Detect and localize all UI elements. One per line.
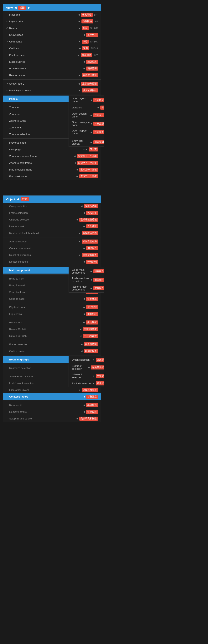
menu-item-group-selection[interactable]: Group selection ◀ 编组所选项: [3, 203, 101, 210]
zh-open-prototype: 打开原型面板: [93, 122, 104, 126]
arrow-libraries: ◀: [97, 106, 99, 109]
menu-item-layout-grids[interactable]: ✓ Layout grids ◀ 布局网格 t+4: [3, 18, 101, 25]
arrow-push-overrides: ◀: [90, 278, 92, 281]
submenu-open-layers[interactable]: Open layers panel ◀ 打开图层面板: [69, 96, 104, 104]
menu-item-add-auto-layout[interactable]: Add auto layout ◀ 添加自动布局: [3, 238, 101, 245]
menu-item-show-slices[interactable]: Show slices ◀ 显示切片: [3, 32, 101, 38]
obj-divider-2: [3, 266, 101, 266]
label-zoom-fit: Zoom to fit: [9, 126, 76, 129]
arrow-intersect-selection: ◀: [93, 375, 94, 377]
submenu-go-to-main[interactable]: Go to main component ◀ 转到组件母版: [69, 267, 104, 276]
label-open-prototype: Open prototype panel: [72, 121, 90, 126]
label-multiplayer: Multiplayer cursors: [9, 89, 79, 92]
menu-item-collapse-layers[interactable]: Collapse layers ◀ 折叠图层: [3, 393, 101, 400]
zh-collapse-layers: 折叠图层: [86, 395, 98, 399]
submenu-intersect-selection[interactable]: Intersect selection ◀ 交集所选项: [69, 372, 104, 380]
menu-item-hide-other-layers[interactable]: Hide other layers ◀ 隐藏其余图层: [3, 386, 101, 393]
menu-item-rotate-180[interactable]: Rotate 180° ◀ 旋转180°: [3, 319, 101, 326]
label-intersect-selection: Intersect selection: [72, 373, 93, 379]
submenu-open-inspect[interactable]: Open inspect panel ◀ 打开检查面板: [69, 128, 104, 136]
label-libraries: Libraries: [72, 106, 97, 109]
label-collapse-layers: Collapse layers: [9, 395, 83, 398]
zh-rulers: 标尺: [82, 26, 89, 30]
menu-item-frame-outlines[interactable]: Frame outlines ◀ 画板轮廓: [3, 65, 101, 72]
zh-libraries: 组件库: [100, 106, 104, 110]
label-send-to-back: Send to back: [9, 298, 83, 300]
arrow-create-component: ◀: [83, 247, 85, 250]
menu-item-create-component[interactable]: Create component ◀ 创建组件: [3, 245, 101, 252]
menu-item-rotate-90-right[interactable]: Rotate 90° right ◀ 向右旋转90°: [3, 332, 101, 339]
menu-item-comments[interactable]: ✓ Comments ◀ 评论 Shift+C: [3, 38, 101, 45]
menu-item-ungroup-selection[interactable]: Ungroup selection ◀ 取消编组所选项: [3, 216, 101, 223]
menu-item-reset-overrides[interactable]: Reset all overrides ◀ 重置所有覆盖: [3, 252, 101, 258]
zh-detach-instance: 分离实例: [86, 260, 98, 264]
check-layout-grids: ✓: [6, 20, 9, 23]
zh-pixel-grid: 像素网格: [81, 13, 93, 17]
menu-item-use-as-mask[interactable]: Use as mask ◀ 设为蒙版: [3, 223, 101, 230]
arrow-rulers: ◀: [79, 27, 80, 30]
menu-item-rotate-90-left[interactable]: Rotate 90° left ◀ 向左旋转90°: [3, 326, 101, 332]
arrow-exclude-selection: ◀: [93, 382, 94, 385]
zh-reset-overrides: 重置所有覆盖: [82, 253, 98, 257]
label-pixel-grid: Pixel grid: [9, 13, 78, 16]
label-flatten-selection: Flatten selection: [9, 343, 81, 346]
submenu-push-overrides[interactable]: Push overrides to main c ◀ 覆盖组件母版: [69, 276, 104, 284]
shortcut-outlines: Shift+3: [89, 47, 98, 50]
submenu-libraries[interactable]: Libraries ◀ 组件库: [69, 104, 104, 111]
submenu-show-left-sidebar[interactable]: Show left sidebar ◀ 显示左侧边栏: [69, 138, 104, 146]
menu-item-mask-outlines[interactable]: Mask outlines ◀ 蒙版轮廓: [3, 58, 101, 65]
menu-item-detach-instance[interactable]: Detach instance ◀ 分离实例: [3, 258, 101, 265]
menu-item-remove-stroke[interactable]: Remove stroke ◀ 移除描边: [3, 408, 101, 415]
menu-item-resource-use[interactable]: Resource use ◀ 资源使用情况: [3, 72, 101, 79]
zh-restore-main: 恢复组件母版: [93, 286, 104, 290]
menu-item-find-next-frame[interactable]: Find next frame ◀ 查找下一个画框: [3, 173, 101, 180]
submenu-union-selection[interactable]: Union selection ◀ 连集所选项: [69, 356, 104, 363]
menu-item-restore-thumbnail[interactable]: Restore default thumbnail ◀ 恢复默认封面: [3, 230, 101, 236]
menu-item-swap-fill-stroke[interactable]: Swap fill and stroke ◀ 交换填充和描边: [3, 415, 101, 422]
menu-item-send-to-back[interactable]: Send to back ◀ 移到底层: [3, 296, 101, 302]
main-component-row: Main component ◀ 组件母版 Go to main compone…: [3, 267, 101, 274]
arrow-reset-overrides: ◀: [79, 254, 80, 256]
arrow-rotate-90-right: ◀: [80, 335, 81, 337]
menu-item-flip-vertical[interactable]: Flip vertical ◀ 垂直翻转: [3, 311, 101, 318]
menu-item-flatten-selection[interactable]: Flatten selection ◀ 拼合所选项: [3, 341, 101, 348]
arrow-outlines: ◀: [79, 47, 80, 50]
zh-exclude-selection: 差集所选项: [96, 382, 104, 386]
menu-item-outlines[interactable]: Outlines ◀ 轮廓 Shift+3: [3, 45, 101, 52]
submenu-open-design[interactable]: Open design panel ◀ 打开设计面板: [69, 111, 104, 120]
menu-item-find-prev-frame[interactable]: Find previous frame ◀ 查找上一个画框: [3, 166, 101, 173]
arrow-remove-fill: ◀: [83, 404, 85, 406]
label-pixel-preview: Pixel preview: [9, 54, 78, 56]
menu-item-next-page[interactable]: Next page Pa ◀ 下一页: [3, 146, 101, 153]
menu-item-outline-stroke[interactable]: Outline stroke ◀ 轮廓化描边: [3, 348, 101, 354]
zh-outline-stroke: 轮廓化描边: [84, 349, 98, 353]
menu-item-zoom-next-frame[interactable]: Zoom to next frame ◀ 缩放至下一个画框: [3, 160, 101, 166]
zh-comments: 评论: [82, 40, 89, 44]
label-show-hide-ui: Show/Hide UI: [9, 82, 78, 85]
submenu-open-prototype[interactable]: Open prototype panel ◀ 打开原型面板: [69, 120, 104, 128]
label-flip-vertical: Flip vertical: [9, 312, 83, 316]
menu-item-show-hide-ui[interactable]: ✓ Show/Hide UI ◀ 显示/隐藏界面: [3, 80, 101, 87]
zh-remove-fill: 移除填充: [86, 403, 98, 407]
submenu-restore-main[interactable]: Restore main component ◀ 恢复组件母版: [69, 284, 104, 292]
check-multiplayer: ✓: [6, 89, 9, 92]
zh-rotate-180: 旋转180°: [86, 320, 98, 324]
label-subtract-selection: Subtract selection: [72, 364, 88, 370]
submenu-subtract-selection[interactable]: Subtract selection ◀ 减去顶层所选项: [69, 363, 104, 372]
menu-item-remove-fill[interactable]: Remove fill ◀ 移除填充: [3, 402, 101, 408]
zh-use-as-mask: 设为蒙版: [86, 224, 98, 228]
submenu-exclude-selection[interactable]: Exclude selection ◀ 差集所选项: [69, 380, 104, 387]
menu-item-rulers[interactable]: ✓ Rulers ◀ 标尺 Shift+R: [3, 25, 101, 32]
label-use-as-mask: Use as mask: [9, 225, 83, 228]
zh-outlines: 轮廓: [82, 46, 89, 50]
menu-item-frame-selection[interactable]: Frame selection ◀ 添加画框: [3, 210, 101, 216]
menu-item-zoom-prev-frame[interactable]: Zoom to previous frame ◀ 缩放至上一个画框: [3, 153, 101, 160]
menu-item-pixel-preview[interactable]: Pixel preview ◀ 像素预览 lt+Y: [3, 52, 101, 58]
menu-item-multiplayer[interactable]: ✓ Multiplayer cursors ◀ 多人鼠标指针: [3, 87, 101, 94]
menu-item-flip-horizontal[interactable]: Flip horizontal ◀ 水平翻转: [3, 304, 101, 311]
zh-restore-thumbnail: 恢复默认封面: [82, 231, 98, 235]
label-next-page: Next page: [9, 148, 81, 151]
arrow-show-left-sidebar: ◀: [90, 141, 92, 144]
zh-ungroup-selection: 取消编组所选项: [79, 218, 98, 222]
menu-item-pixel-grid[interactable]: Pixel grid ◀ 像素网格 trl+': [3, 11, 101, 18]
